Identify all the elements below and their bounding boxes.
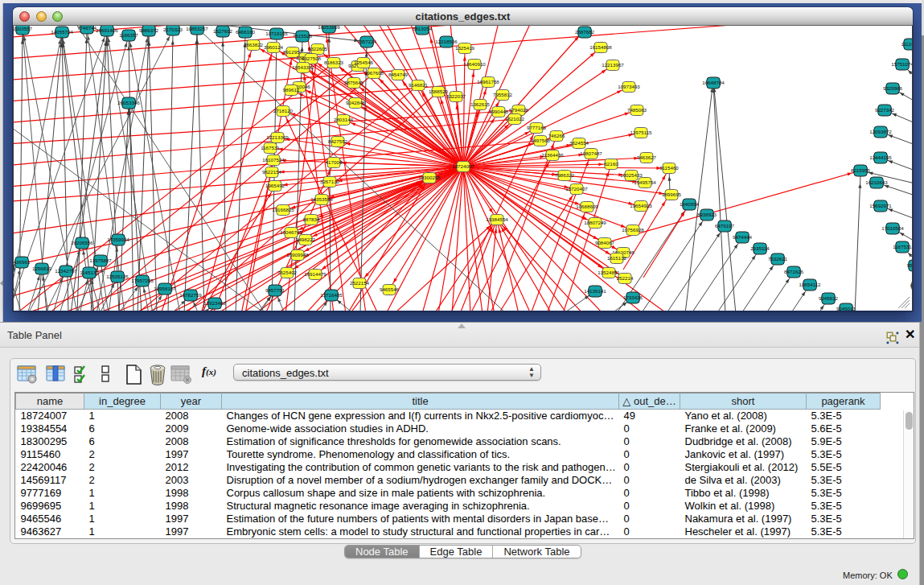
svg-text:9245612: 9245612 bbox=[819, 295, 839, 301]
svg-text:9886372: 9886372 bbox=[139, 27, 159, 33]
svg-text:16210643: 16210643 bbox=[865, 179, 888, 185]
svg-text:6466160: 6466160 bbox=[236, 29, 256, 35]
svg-text:8938923: 8938923 bbox=[697, 212, 717, 217]
svg-text:14136141: 14136141 bbox=[584, 288, 606, 294]
svg-text:15751074: 15751074 bbox=[891, 61, 912, 67]
svg-text:2687682: 2687682 bbox=[575, 29, 595, 35]
svg-text:7955812: 7955812 bbox=[493, 92, 513, 97]
svg-text:7357224: 7357224 bbox=[357, 39, 377, 44]
svg-text:1145131: 1145131 bbox=[80, 270, 99, 275]
svg-text:16107524: 16107524 bbox=[262, 157, 285, 163]
svg-text:7632621: 7632621 bbox=[768, 256, 788, 262]
svg-text:16914479: 16914479 bbox=[304, 271, 326, 277]
svg-text:1256819: 1256819 bbox=[32, 266, 52, 271]
svg-text:746266: 746266 bbox=[548, 133, 565, 138]
svg-text:2170323: 2170323 bbox=[163, 27, 183, 32]
svg-text:26053346: 26053346 bbox=[117, 100, 140, 105]
svg-text:14055724: 14055724 bbox=[51, 29, 73, 35]
svg-text:9463627: 9463627 bbox=[637, 154, 657, 160]
svg-text:2803144: 2803144 bbox=[334, 117, 354, 122]
svg-text:19166825: 19166825 bbox=[272, 207, 294, 212]
svg-text:13524851: 13524851 bbox=[598, 270, 620, 275]
svg-text:10688609: 10688609 bbox=[576, 204, 598, 209]
svg-text:8813054: 8813054 bbox=[413, 26, 433, 31]
svg-text:9465546: 9465546 bbox=[380, 286, 400, 292]
svg-text:8454749: 8454749 bbox=[388, 72, 409, 77]
svg-text:6479197: 6479197 bbox=[715, 223, 735, 229]
svg-text:9227342: 9227342 bbox=[875, 107, 895, 113]
svg-text:12505135: 12505135 bbox=[106, 274, 129, 279]
svg-text:9084067: 9084067 bbox=[595, 240, 615, 245]
svg-text:9474444: 9474444 bbox=[733, 234, 753, 240]
svg-text:16909948: 16909948 bbox=[286, 252, 309, 257]
svg-text:14353594: 14353594 bbox=[310, 196, 333, 202]
svg-text:8186323: 8186323 bbox=[324, 60, 344, 65]
svg-text:9245013: 9245013 bbox=[836, 306, 856, 311]
svg-text:10756928: 10756928 bbox=[622, 227, 644, 233]
svg-text:2718120: 2718120 bbox=[273, 108, 294, 113]
svg-text:12218506: 12218506 bbox=[435, 39, 458, 44]
svg-text:12975115: 12975115 bbox=[630, 130, 652, 135]
svg-text:17010504: 17010504 bbox=[881, 225, 904, 231]
svg-text:1733426: 1733426 bbox=[623, 295, 643, 300]
svg-text:9327508: 9327508 bbox=[302, 56, 322, 61]
svg-text:10958107: 10958107 bbox=[154, 286, 176, 291]
svg-text:1588520: 1588520 bbox=[429, 89, 449, 94]
svg-text:9622154: 9622154 bbox=[262, 169, 282, 175]
svg-text:10719155: 10719155 bbox=[265, 31, 288, 36]
svg-text:436961: 436961 bbox=[14, 259, 31, 265]
svg-text:13640910: 13640910 bbox=[463, 61, 486, 67]
svg-text:1615132: 1615132 bbox=[607, 255, 627, 261]
svg-text:252214: 252214 bbox=[617, 275, 634, 281]
svg-text:8990448: 8990448 bbox=[489, 109, 509, 114]
svg-text:5322037: 5322037 bbox=[446, 93, 466, 99]
svg-text:9115460: 9115460 bbox=[659, 165, 679, 171]
svg-text:6497568: 6497568 bbox=[531, 138, 551, 143]
svg-text:13975887: 13975887 bbox=[89, 257, 112, 263]
svg-text:1254546: 1254546 bbox=[354, 60, 374, 65]
svg-text:16782759: 16782759 bbox=[179, 292, 202, 298]
svg-text:417006: 417006 bbox=[326, 159, 343, 165]
svg-text:6794028: 6794028 bbox=[509, 107, 529, 113]
svg-text:2203557: 2203557 bbox=[14, 26, 33, 31]
svg-text:19384554: 19384554 bbox=[486, 216, 508, 222]
svg-text:17957255: 17957255 bbox=[131, 278, 154, 283]
svg-text:9899695: 9899695 bbox=[662, 192, 682, 197]
svg-text:887834: 887834 bbox=[303, 216, 320, 222]
svg-text:2967608: 2967608 bbox=[364, 70, 384, 76]
svg-text:12923488: 12923488 bbox=[203, 300, 226, 306]
svg-text:62160: 62160 bbox=[604, 161, 618, 167]
svg-text:10025433: 10025433 bbox=[620, 172, 643, 178]
svg-text:10973493: 10973493 bbox=[618, 84, 640, 89]
svg-text:16961758: 16961758 bbox=[477, 79, 499, 84]
svg-text:12213967: 12213967 bbox=[602, 62, 624, 68]
svg-text:9242848: 9242848 bbox=[346, 100, 366, 105]
svg-text:957591: 957591 bbox=[907, 262, 912, 268]
svg-text:989612: 989612 bbox=[283, 87, 300, 93]
svg-text:1640954: 1640954 bbox=[680, 201, 700, 207]
svg-text:12342797: 12342797 bbox=[55, 268, 77, 274]
svg-text:9457791: 9457791 bbox=[265, 287, 285, 293]
svg-text:8215955: 8215955 bbox=[851, 167, 871, 173]
svg-text:19654923: 19654923 bbox=[630, 203, 652, 208]
svg-text:5322605: 5322605 bbox=[308, 46, 328, 51]
svg-text:13716485: 13716485 bbox=[320, 292, 343, 298]
svg-text:10046745: 10046745 bbox=[280, 229, 302, 235]
svg-text:21364436: 21364436 bbox=[541, 152, 564, 158]
svg-text:12093872: 12093872 bbox=[869, 129, 892, 134]
svg-text:12213369: 12213369 bbox=[266, 134, 289, 140]
svg-text:8471626: 8471626 bbox=[784, 269, 804, 274]
svg-text:9329966: 9329966 bbox=[883, 85, 903, 91]
svg-text:18300295: 18300295 bbox=[418, 175, 441, 180]
svg-text:7485063: 7485063 bbox=[627, 107, 647, 113]
svg-text:1186357: 1186357 bbox=[119, 32, 138, 38]
svg-text:1167531: 1167531 bbox=[893, 244, 912, 249]
svg-text:9146821: 9146821 bbox=[409, 82, 429, 88]
svg-text:10807487: 10807487 bbox=[580, 150, 602, 156]
svg-text:18807249: 18807249 bbox=[584, 220, 606, 225]
svg-text:9777169: 9777169 bbox=[527, 125, 547, 130]
svg-text:2522154: 2522154 bbox=[350, 280, 370, 286]
svg-text:7746744: 7746744 bbox=[77, 26, 97, 31]
svg-text:16053809: 16053809 bbox=[318, 26, 340, 30]
svg-text:10654112: 10654112 bbox=[799, 282, 821, 287]
